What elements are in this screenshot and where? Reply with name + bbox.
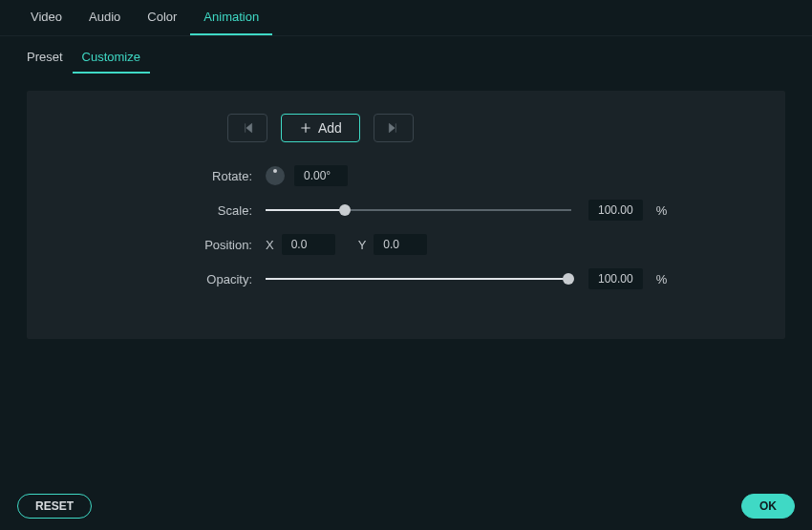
rotate-row: Rotate: 0.00° bbox=[65, 165, 747, 186]
tab-video[interactable]: Video bbox=[17, 0, 75, 35]
opacity-value[interactable]: 100.00 bbox=[588, 268, 643, 289]
tab-color[interactable]: Color bbox=[134, 0, 190, 35]
scale-label: Scale: bbox=[65, 203, 266, 218]
opacity-slider-fill bbox=[266, 278, 568, 280]
skip-forward-icon bbox=[387, 121, 400, 135]
main-tabs: Video Audio Color Animation bbox=[0, 0, 812, 36]
next-keyframe-button[interactable] bbox=[374, 114, 414, 142]
plus-icon bbox=[299, 121, 312, 135]
position-y-value[interactable]: 0.0 bbox=[374, 234, 427, 255]
opacity-row: Opacity: 100.00 % bbox=[65, 268, 747, 289]
scale-slider-fill bbox=[266, 209, 345, 211]
opacity-label: Opacity: bbox=[65, 272, 266, 286]
sub-tab-customize[interactable]: Customize bbox=[73, 36, 150, 74]
rotate-dial[interactable] bbox=[266, 166, 285, 185]
scale-slider[interactable] bbox=[266, 201, 571, 220]
skip-back-icon bbox=[241, 121, 254, 135]
position-y-label: Y bbox=[358, 238, 367, 252]
add-keyframe-label: Add bbox=[318, 120, 342, 136]
position-label: Position: bbox=[65, 238, 266, 252]
position-row: Position: X 0.0 Y 0.0 bbox=[65, 234, 747, 255]
opacity-slider[interactable] bbox=[266, 269, 571, 288]
tab-audio[interactable]: Audio bbox=[75, 0, 134, 35]
add-keyframe-button[interactable]: Add bbox=[281, 114, 360, 142]
opacity-slider-thumb[interactable] bbox=[563, 273, 574, 285]
rotate-value[interactable]: 0.00° bbox=[294, 165, 348, 186]
scale-value[interactable]: 100.00 bbox=[588, 200, 643, 221]
position-x-label: X bbox=[266, 238, 274, 252]
prev-keyframe-button[interactable] bbox=[227, 114, 267, 142]
position-x-value[interactable]: 0.0 bbox=[282, 234, 335, 255]
tab-animation[interactable]: Animation bbox=[190, 0, 272, 35]
rotate-label: Rotate: bbox=[65, 169, 266, 183]
ok-button[interactable]: OK bbox=[741, 494, 795, 519]
scale-unit: % bbox=[656, 203, 668, 218]
reset-button[interactable]: RESET bbox=[17, 494, 92, 519]
sub-tab-preset[interactable]: Preset bbox=[17, 36, 73, 74]
footer-bar: RESET OK bbox=[0, 494, 812, 519]
properties-panel: Add Rotate: 0.00° Scale: 100.00 % Positi… bbox=[27, 91, 785, 339]
sub-tabs: Preset Customize bbox=[0, 36, 812, 74]
keyframe-controls: Add bbox=[227, 114, 747, 142]
scale-row: Scale: 100.00 % bbox=[65, 200, 747, 221]
scale-slider-thumb[interactable] bbox=[339, 204, 351, 216]
opacity-unit: % bbox=[656, 272, 668, 286]
